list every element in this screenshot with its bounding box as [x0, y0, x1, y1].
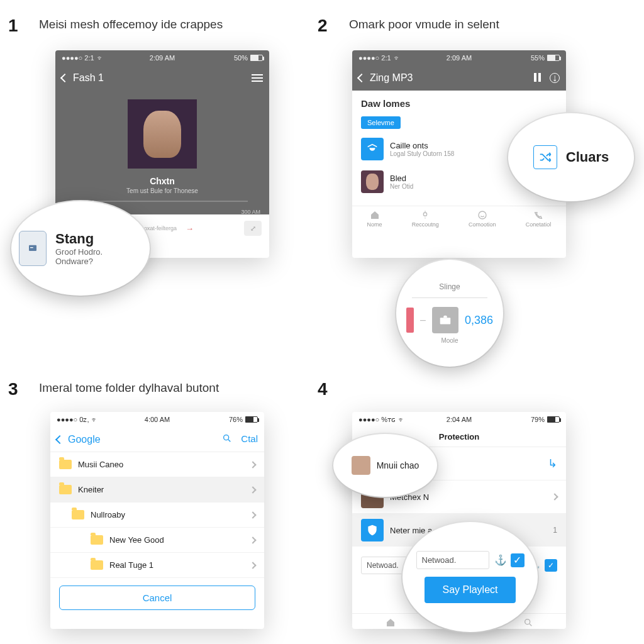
tab-contact[interactable]: Conetatiol — [526, 210, 552, 228]
folder-row[interactable]: New Yee Good — [50, 528, 264, 553]
folder-row[interactable]: Real Tuge 1 — [50, 553, 264, 578]
album-art[interactable] — [128, 99, 197, 169]
cancel-button[interactable]: Cancel — [59, 586, 255, 610]
avatar — [361, 170, 384, 193]
svg-point-3 — [479, 211, 486, 219]
callout-1: Stang Groof Hodro. Ondware? — [11, 201, 150, 296]
status-time: 4:00 AM — [50, 416, 264, 423]
folder-row[interactable]: Kneiter — [50, 477, 264, 502]
chevron-left-icon — [357, 74, 366, 82]
chevron-right-icon — [249, 562, 256, 569]
search-icon[interactable] — [222, 433, 232, 446]
chevron-right-icon — [249, 511, 256, 518]
step-number-3: 3 — [8, 379, 18, 399]
avatar — [352, 456, 370, 475]
briefcase-icon[interactable] — [432, 307, 458, 333]
tab-connection[interactable]: Comootion — [469, 210, 496, 228]
time-end: 300 AM — [241, 209, 260, 215]
step-number-4: 4 — [318, 379, 328, 399]
step-number-1: 1 — [8, 16, 18, 36]
tab-bar: Nome Reccoutng Comootion Conetatiol — [352, 206, 566, 231]
phone-3: ●●●●○ 0ᴢ,ᯤ 4:00 AM 76% Google Ctal Musii… — [50, 412, 264, 629]
folder-icon — [91, 535, 103, 545]
callout-row-title: Mnuii chao — [377, 460, 419, 470]
status-bar: ●●●●○ 2:1ᯤ 2:09 AM 50% — [55, 50, 269, 65]
app-card-icon — [19, 231, 47, 266]
callout-line1: Groof Hodro. — [55, 247, 103, 257]
folder-icon — [72, 510, 84, 519]
svg-rect-4 — [440, 318, 451, 324]
check-icon[interactable]: ✓ — [511, 553, 525, 567]
battery-icon — [547, 55, 560, 61]
nav-bar: Google Ctal — [50, 427, 264, 452]
step-caption-3: Imeral tome folder dylhaval butont — [39, 381, 219, 395]
network-input-zoom[interactable]: Netwoad. — [416, 551, 489, 569]
nav-bar: Zing MP3 ↓ — [352, 65, 566, 91]
step-number-2: 2 — [318, 16, 328, 36]
svg-point-5 — [224, 435, 229, 440]
back-button[interactable]: Google — [57, 434, 101, 445]
check-icon[interactable]: ✓ — [545, 559, 557, 572]
arrow-right-icon[interactable]: → — [186, 224, 194, 233]
callout-4a: Mnuii chao — [333, 434, 437, 497]
status-time: 2:09 AM — [55, 54, 269, 62]
back-button[interactable]: Zing MP3 — [358, 72, 413, 84]
shield-icon — [361, 519, 384, 541]
step-caption-2: Omark poor vmude in selent — [349, 18, 499, 31]
shuffle-icon[interactable] — [533, 145, 557, 169]
folder-row[interactable]: Nullroaby — [50, 502, 264, 528]
track-title: Chxtn — [150, 176, 175, 186]
slinge-caption: Moole — [441, 337, 458, 344]
music-icon — [361, 138, 384, 160]
chevron-left-icon — [55, 435, 64, 443]
battery-icon — [547, 416, 560, 423]
battery-icon — [250, 55, 263, 61]
slinge-number: 0,386 — [465, 314, 493, 327]
chevron-left-icon — [60, 74, 69, 82]
tab-home[interactable]: Nome — [367, 210, 382, 228]
nav-title: Fash 1 — [73, 72, 104, 84]
progress-bar[interactable] — [77, 201, 248, 202]
svg-rect-1 — [30, 247, 33, 248]
anchor-icon[interactable]: ⚓ — [494, 554, 507, 566]
status-time: 2:04 AM — [352, 416, 566, 423]
callout-title: Stang — [55, 231, 103, 247]
tab-mone[interactable]: Mone — [521, 618, 536, 629]
track-subtitle: Tem ust Bule for Thonese — [126, 187, 198, 194]
nav-bar: Fash 1 — [55, 65, 269, 91]
svg-point-6 — [525, 619, 530, 625]
badge-count: 1 — [553, 526, 557, 535]
say-playlect-button-zoom[interactable]: Say Playlect — [425, 577, 515, 603]
info-icon[interactable]: ↓ — [550, 73, 560, 83]
folder-row[interactable]: Musii Caneo — [50, 452, 264, 477]
slinge-label: Slinge — [439, 282, 460, 291]
back-button[interactable]: Fash 1 — [62, 72, 104, 84]
selevme-button[interactable]: Selevme — [361, 116, 401, 129]
folder-icon — [59, 460, 72, 469]
menu-icon[interactable] — [252, 74, 263, 82]
chevron-right-icon — [249, 461, 256, 468]
expand-button[interactable]: ⤢ — [244, 221, 262, 236]
chevron-right-icon — [249, 536, 256, 543]
callout-line2: Ondware? — [55, 257, 103, 266]
player-area: Chxtn Tem ust Bule for Thonese — [55, 91, 269, 214]
battery-icon — [245, 416, 258, 423]
section-header: Daw lomes — [352, 91, 566, 113]
chevron-right-icon — [249, 486, 256, 493]
pause-icon[interactable] — [534, 73, 541, 83]
nav-title: Zing MP3 — [370, 72, 413, 84]
callout-4b: Netwoad. ⚓ ✓ Say Playlect — [402, 522, 538, 632]
chevron-right-icon — [551, 493, 558, 500]
callout-2: Cluars — [508, 113, 634, 201]
share-icon[interactable]: ↳ — [548, 457, 557, 470]
folder-icon — [59, 485, 72, 494]
pink-bar — [406, 308, 414, 333]
status-bar: ●●●●○ %ᴛɢᯤ 2:04 AM 79% — [352, 412, 566, 427]
status-time: 2:09 AM — [352, 54, 566, 62]
tab-recording[interactable]: Reccoutng — [412, 210, 439, 228]
svg-point-2 — [424, 213, 427, 216]
action-button[interactable]: Ctal — [241, 433, 258, 446]
callout-slinge: Slinge – 0,386 Moole — [396, 260, 503, 367]
tab-disnal[interactable]: Disnal — [383, 618, 399, 629]
step-caption-1: Meisi mesh offecemoy ide crappes — [39, 18, 223, 31]
